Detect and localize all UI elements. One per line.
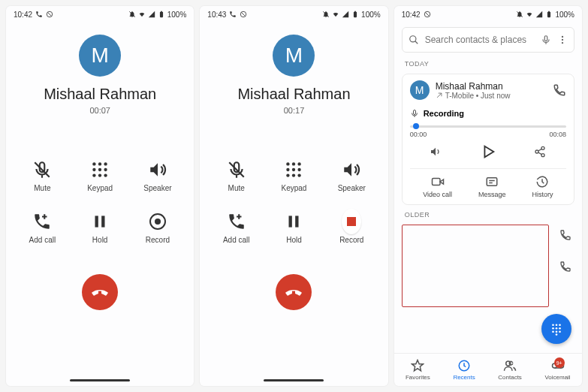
add-call-button[interactable]: Add call — [14, 212, 71, 244]
share-button[interactable] — [531, 143, 549, 161]
hold-label: Hold — [92, 236, 108, 244]
svg-rect-32 — [413, 110, 415, 115]
nav-gesture-bar[interactable] — [264, 379, 324, 381]
hold-button[interactable]: Hold — [265, 212, 323, 244]
nav-contacts-label: Contacts — [498, 374, 522, 381]
speaker-label: Speaker — [143, 184, 171, 192]
svg-point-6 — [98, 168, 101, 171]
dialpad-icon — [550, 322, 563, 336]
speaker-button[interactable]: Speaker — [323, 160, 381, 192]
call-entry-header[interactable]: M Mishaal Rahman T-Mobile • Just now — [410, 80, 566, 100]
record-button[interactable]: Record — [129, 212, 187, 244]
signal-icon — [148, 11, 155, 18]
record-icon — [148, 212, 167, 231]
keypad-icon — [90, 160, 110, 179]
svg-point-44 — [552, 330, 554, 333]
keypad-button[interactable]: Keypad — [265, 160, 323, 192]
speaker-label: Speaker — [338, 184, 366, 192]
playback-slider[interactable] — [410, 125, 566, 128]
svg-point-4 — [104, 162, 107, 165]
speaker-icon — [148, 160, 167, 179]
svg-point-9 — [98, 173, 101, 176]
playback-thumb[interactable] — [413, 123, 419, 129]
keypad-label: Keypad — [87, 184, 113, 192]
svg-point-38 — [552, 324, 554, 326]
nav-voicemail-label: Voicemail — [544, 374, 570, 381]
clock-icon — [457, 359, 471, 372]
hold-button[interactable]: Hold — [71, 212, 129, 244]
svg-point-17 — [298, 162, 301, 165]
voicemail-badge: 9+ — [554, 357, 565, 368]
nav-voicemail[interactable]: 9+ Voicemail — [544, 359, 570, 381]
star-icon — [411, 359, 424, 372]
nav-gesture-bar[interactable] — [70, 379, 130, 381]
svg-point-20 — [298, 168, 301, 171]
call-duration: 00:17 — [284, 106, 305, 115]
svg-point-29 — [562, 36, 563, 38]
keypad-button[interactable]: Keypad — [71, 160, 129, 192]
bell-off-icon — [322, 11, 330, 18]
video-icon — [431, 175, 445, 188]
add-call-button[interactable]: Add call — [207, 212, 265, 244]
svg-point-42 — [556, 327, 558, 330]
svg-point-23 — [298, 173, 301, 176]
record-label: Record — [146, 236, 170, 244]
svg-point-21 — [287, 173, 290, 176]
add-call-label: Add call — [223, 236, 250, 244]
svg-point-22 — [292, 173, 295, 176]
history-icon — [535, 175, 549, 188]
svg-point-33 — [541, 146, 544, 149]
message-action[interactable]: Message — [478, 175, 506, 198]
mic-icon[interactable] — [541, 35, 551, 45]
svg-point-35 — [541, 154, 544, 157]
video-call-action[interactable]: Video call — [423, 175, 452, 198]
nav-recents[interactable]: Recents — [453, 359, 475, 381]
mute-icon — [227, 160, 246, 179]
outgoing-call-icon — [436, 92, 443, 99]
mute-button[interactable]: Mute — [14, 160, 71, 192]
record-stop-icon — [342, 212, 361, 231]
svg-point-34 — [535, 150, 538, 153]
speaker-button[interactable]: Speaker — [129, 160, 187, 192]
svg-rect-24 — [289, 216, 292, 227]
svg-point-18 — [287, 168, 290, 171]
dialpad-fab[interactable] — [541, 314, 571, 344]
nav-recents-label: Recents — [453, 374, 475, 381]
call-duration: 00:07 — [89, 106, 110, 115]
caller-name: Mishaal Rahman — [44, 86, 156, 103]
recording-label: Recording — [424, 109, 464, 118]
phone-icon — [35, 11, 43, 18]
hangup-button[interactable] — [82, 274, 118, 310]
nav-favorites[interactable]: Favorites — [406, 359, 430, 381]
history-label: History — [532, 191, 553, 198]
call-button[interactable] — [559, 261, 571, 273]
status-time: 10:43 — [207, 11, 226, 19]
call-button[interactable] — [559, 229, 571, 241]
search-bar[interactable]: Search contacts & places — [402, 27, 574, 53]
svg-rect-25 — [296, 216, 299, 227]
video-call-label: Video call — [423, 191, 452, 198]
svg-rect-28 — [544, 36, 547, 41]
nav-contacts[interactable]: Contacts — [498, 359, 522, 381]
more-icon[interactable] — [557, 35, 568, 45]
mute-button[interactable]: Mute — [207, 160, 265, 192]
caller-avatar: M — [79, 35, 121, 77]
battery-icon — [545, 11, 553, 18]
signal-icon — [535, 11, 543, 18]
call-button[interactable] — [553, 83, 566, 97]
volume-button[interactable] — [427, 143, 445, 161]
keypad-label: Keypad — [282, 184, 307, 192]
entry-subtitle: T-Mobile • Just now — [436, 92, 547, 100]
no-disturb-icon — [424, 11, 431, 18]
history-action[interactable]: History — [532, 175, 553, 198]
status-time: 10:42 — [14, 11, 32, 19]
bell-off-icon — [516, 11, 523, 18]
message-label: Message — [478, 191, 506, 198]
play-button[interactable] — [479, 143, 497, 161]
battery-icon — [351, 11, 359, 18]
phone-call-screen-2: 10:43 100% M Mishaal Rahman 00:17 Mute K… — [200, 6, 387, 386]
svg-point-5 — [92, 168, 95, 171]
hangup-button[interactable] — [276, 274, 312, 310]
record-button-active[interactable]: Record — [323, 212, 381, 244]
hold-icon — [90, 212, 110, 231]
